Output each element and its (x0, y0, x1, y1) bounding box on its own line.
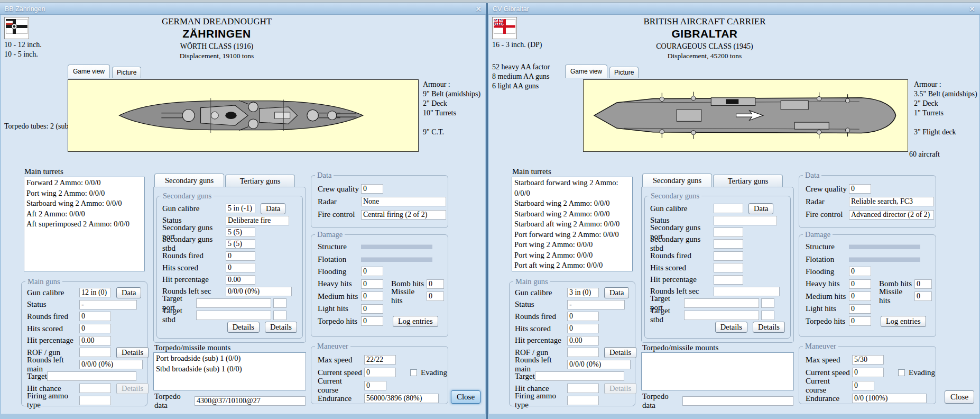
main-status-field[interactable]: - (79, 300, 137, 309)
bomb-hits-field[interactable]: 0 (427, 279, 444, 289)
fire-control-field[interactable]: Advanced director (2 of 2) (849, 210, 934, 220)
main-target-field[interactable] (535, 371, 624, 381)
max-speed-field[interactable]: 5/30 (852, 355, 884, 365)
flooding-field[interactable]: 0 (849, 267, 871, 276)
sec-rounds-left-field[interactable] (714, 287, 780, 296)
sec-hit-percentage-field[interactable] (714, 275, 743, 285)
radar-field[interactable]: None (361, 197, 446, 206)
sec-status-field[interactable] (714, 216, 777, 225)
main-gun-calibre-field[interactable]: 12 in (0) (79, 288, 111, 297)
sec-gun-calibre-field[interactable] (714, 204, 743, 213)
sec-status-field[interactable]: Deliberate fire (226, 216, 289, 225)
missile-hits-field[interactable]: 0 (914, 292, 932, 301)
sec-gun-calibre-field[interactable]: 5 in (-1) (226, 204, 255, 213)
main-hits-scored-field[interactable]: 0 (567, 324, 599, 333)
main-rounds-fired-field[interactable]: 0 (79, 312, 111, 321)
close-icon[interactable]: ✕ (475, 5, 482, 13)
main-hit-percentage-field[interactable]: 0.00 (567, 336, 599, 345)
turret-list-item[interactable]: Aft 2 Ammo: 0/0/0 (26, 209, 143, 220)
crew-quality-field[interactable]: 0 (361, 184, 383, 194)
turret-list-item[interactable]: Aft superimposed 2 Ammo: 0/0/0 (26, 219, 143, 230)
main-status-field[interactable]: - (567, 300, 625, 309)
tab-picture[interactable]: Picture (609, 67, 639, 78)
tab-secondary-guns[interactable]: Secondary guns (154, 174, 224, 187)
current-speed-field[interactable]: 0 (364, 368, 396, 377)
main-rof-field[interactable] (567, 348, 599, 357)
main-rof-field[interactable] (79, 348, 111, 357)
sec-rounds-fired-field[interactable]: 0 (226, 251, 255, 261)
max-speed-field[interactable]: 22/22 (364, 355, 396, 365)
current-course-field[interactable]: 0 (852, 381, 874, 390)
main-turrets-list[interactable]: Starboard forward wing 2 Ammo: 0/0/0 Sta… (512, 177, 633, 271)
sec-stbd-details-button[interactable]: Details (265, 322, 297, 333)
main-target-field[interactable] (47, 371, 136, 381)
sec-guns-port-field[interactable] (714, 227, 743, 237)
sec-target-stbd-aux-field[interactable] (273, 311, 286, 320)
main-hits-scored-field[interactable]: 0 (79, 324, 111, 333)
main-rof-details-button[interactable]: Details (604, 347, 636, 358)
main-turrets-list[interactable]: Forward 2 Ammo: 0/0/0 Port wing 2 Ammo: … (24, 177, 145, 271)
turret-list-item[interactable]: Starboard aft wing 2 Ammo: 0/0/0 (514, 219, 631, 230)
torpedo-mount-item[interactable]: Stbd broadside (sub) 1 (0/0) (156, 364, 304, 375)
sec-target-port-field[interactable] (196, 298, 271, 308)
titlebar[interactable]: CV Gibraltar ✕ (488, 3, 980, 15)
torpedo-hits-field[interactable]: 0 (849, 316, 871, 326)
main-rounds-left-field[interactable]: 0/0/0 (0%) (79, 360, 143, 369)
sec-guns-stbd-field[interactable]: 5 (5) (226, 239, 255, 249)
close-button[interactable]: Close (945, 390, 974, 404)
radar-field[interactable]: Reliable search, FC3 (849, 197, 934, 206)
main-firing-ammo-field[interactable] (567, 396, 599, 405)
log-entries-button[interactable]: Log entries (881, 316, 926, 327)
sec-target-stbd-field[interactable] (196, 311, 271, 320)
torpedo-data-field[interactable] (682, 396, 793, 406)
sec-data-button[interactable]: Data (748, 203, 773, 214)
evading-checkbox[interactable] (410, 369, 417, 376)
tab-game-view[interactable]: Game view (565, 65, 607, 78)
sec-target-stbd-aux-field[interactable] (761, 311, 774, 320)
main-guns-data-button[interactable]: Data (604, 287, 629, 298)
turret-list-item[interactable]: Forward 2 Ammo: 0/0/0 (26, 178, 143, 188)
sec-hits-scored-field[interactable] (714, 263, 743, 272)
heavy-hits-field[interactable]: 0 (849, 279, 871, 289)
sec-rounds-fired-field[interactable] (714, 251, 743, 261)
sec-stbd-details-button[interactable]: Details (753, 322, 785, 333)
main-firing-ammo-field[interactable] (79, 396, 111, 405)
main-hit-percentage-field[interactable]: 0.00 (79, 336, 111, 345)
light-hits-field[interactable]: 0 (849, 304, 871, 314)
tab-tertiary-guns[interactable]: Tertiary guns (713, 175, 783, 187)
turret-list-item[interactable]: Starboard wing 2 Ammo: 0/0/0 (26, 198, 143, 209)
turret-list-item[interactable]: Port wing 2 Ammo: 0/0/0 (514, 240, 631, 250)
heavy-hits-field[interactable]: 0 (361, 279, 383, 289)
tab-picture[interactable]: Picture (112, 67, 141, 78)
sec-hits-scored-field[interactable]: 0 (226, 263, 255, 272)
flooding-field[interactable]: 0 (361, 267, 383, 276)
main-guns-data-button[interactable]: Data (116, 287, 141, 298)
torpedo-hits-field[interactable]: 0 (361, 316, 383, 326)
evading-checkbox[interactable] (898, 369, 905, 376)
main-rounds-fired-field[interactable]: 0 (567, 312, 599, 321)
torpedo-mount-item[interactable]: Port broadside (sub) 1 (0/0) (156, 353, 304, 364)
turret-list-item[interactable]: Port forward wing 2 Ammo: 0/0/0 (514, 230, 631, 240)
bomb-hits-field[interactable]: 0 (914, 279, 932, 289)
turret-list-item[interactable]: Port wing 2 Ammo: 0/0/0 (514, 250, 631, 261)
main-hit-chance-field[interactable] (567, 384, 599, 393)
sec-port-details-button[interactable]: Details (227, 322, 260, 333)
turret-list-item[interactable]: Starboard wing 2 Ammo: 0/0/0 (514, 198, 631, 209)
tab-game-view[interactable]: Game view (68, 65, 110, 78)
medium-hits-field[interactable]: 0 (361, 292, 383, 301)
medium-hits-field[interactable]: 0 (849, 292, 871, 301)
sec-hit-percentage-field[interactable]: 0.00 (226, 275, 255, 285)
crew-quality-field[interactable]: 0 (849, 184, 871, 194)
close-button[interactable]: Close (451, 390, 480, 404)
torpedo-data-field[interactable]: 4300@37/10100@27 (195, 396, 306, 406)
torpedo-mounts-list[interactable]: Port broadside (sub) 1 (0/0) Stbd broads… (153, 352, 306, 390)
current-speed-field[interactable]: 0 (852, 368, 884, 377)
tab-tertiary-guns[interactable]: Tertiary guns (225, 175, 295, 187)
sec-target-port-aux-field[interactable] (761, 298, 774, 308)
main-rounds-left-field[interactable]: 0/0/0 (0%) (567, 360, 631, 369)
torpedo-mounts-list[interactable] (641, 352, 794, 390)
main-rof-details-button[interactable]: Details (116, 347, 149, 358)
sec-target-stbd-field[interactable] (684, 311, 759, 320)
endurance-field[interactable]: 0/0 (100%) (852, 394, 927, 403)
turret-list-item[interactable]: Starboard wing 2 Ammo: 0/0/0 (514, 209, 631, 220)
